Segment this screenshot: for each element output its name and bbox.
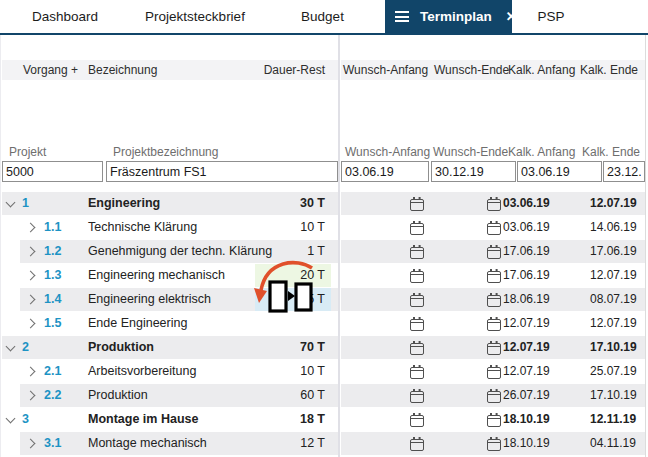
tab-projektsteckbrief[interactable]: Projektsteckbrief (130, 0, 260, 33)
task-name[interactable]: Arbeitsvorbereitung (88, 360, 196, 383)
task-name[interactable]: Montage mechanisch (88, 432, 207, 455)
wunsch-ende-field[interactable] (431, 161, 516, 182)
tab-terminplan[interactable]: Terminplan ✕ (385, 0, 512, 33)
kalk-anfang-value[interactable]: 18.06.19 (503, 288, 550, 311)
calendar-icon[interactable] (410, 295, 424, 307)
calendar-icon[interactable] (487, 391, 501, 403)
kalk-ende-value[interactable]: 14.06.19 (590, 216, 637, 239)
calendar-icon[interactable] (410, 271, 424, 283)
kalk-anfang-value[interactable]: 18.10.19 (503, 408, 550, 431)
task-duration[interactable]: 60 T (255, 384, 325, 407)
wunsch-anfang-field[interactable] (341, 161, 429, 182)
task-row-1-5[interactable]: 1.5 Ende Engineering 12.07.19 12.07.19 (0, 312, 648, 336)
task-name[interactable]: Technische Klärung (88, 216, 197, 239)
add-column-icon[interactable]: + (71, 63, 78, 77)
calendar-icon[interactable] (487, 271, 501, 283)
kalk-anfang-value[interactable]: 03.06.19 (503, 216, 550, 239)
task-duration[interactable]: 18 T (255, 408, 325, 431)
task-row-2-1[interactable]: 2.1 Arbeitsvorbereitung 10 T 12.07.19 25… (0, 360, 648, 384)
kalk-anfang-value[interactable]: 17.06.19 (503, 264, 550, 287)
kalk-anfang-value[interactable]: 18.10.19 (503, 432, 550, 455)
calendar-icon[interactable] (410, 391, 424, 403)
projektbezeichnung-field[interactable] (106, 161, 338, 182)
col-kalk-anfang[interactable]: Kalk. Anfang (508, 63, 575, 77)
pane-divider[interactable] (338, 35, 340, 457)
calendar-icon[interactable] (487, 439, 501, 451)
kalk-ende-value[interactable]: 17.06.19 (590, 240, 637, 263)
task-row-3-1[interactable]: 3.1 Montage mechanisch 12 T 18.10.19 04.… (0, 432, 648, 456)
task-duration[interactable]: 15 T (255, 288, 325, 311)
task-row-2-2[interactable]: 2.2 Produktion 60 T 26.07.19 17.10.19 (0, 384, 648, 408)
calendar-icon[interactable] (410, 247, 424, 259)
kalk-anfang-value[interactable]: 03.06.19 (503, 192, 550, 215)
task-row-2[interactable]: 2 Produktion 70 T 12.07.19 17.10.19 (0, 336, 648, 360)
task-duration[interactable]: 12 T (255, 432, 325, 455)
calendar-icon[interactable] (410, 319, 424, 331)
task-row-1-2[interactable]: 1.2 Genehmigung der techn. Klärung 1 T 1… (0, 240, 648, 264)
calendar-icon[interactable] (410, 415, 424, 427)
calendar-icon[interactable] (410, 199, 424, 211)
kalk-anfang-field[interactable] (517, 161, 602, 182)
task-name[interactable]: Genehmigung der techn. Klärung (88, 240, 272, 263)
kalk-anfang-value[interactable]: 26.07.19 (503, 384, 550, 407)
tab-label: PSP (537, 9, 564, 24)
kalk-anfang-value[interactable]: 17.06.19 (503, 240, 550, 263)
calendar-icon[interactable] (410, 367, 424, 379)
task-name[interactable]: Engineering mechanisch (88, 264, 225, 287)
calendar-icon[interactable] (487, 295, 501, 307)
tab-label: Projektsteckbrief (145, 9, 245, 24)
tab-psp[interactable]: PSP (512, 0, 590, 33)
kalk-ende-value[interactable]: 04.11.19 (590, 432, 636, 455)
calendar-icon[interactable] (487, 415, 501, 427)
task-duration[interactable]: 10 T (255, 216, 325, 239)
calendar-icon[interactable] (410, 223, 424, 235)
task-duration[interactable]: 30 T (255, 192, 325, 215)
calendar-icon[interactable] (410, 439, 424, 451)
task-name[interactable]: Ende Engineering (88, 312, 187, 335)
task-row-1-1[interactable]: 1.1 Technische Klärung 10 T 03.06.19 14.… (0, 216, 648, 240)
kalk-ende-field[interactable] (603, 161, 645, 182)
tab-budget[interactable]: Budget (260, 0, 385, 33)
calendar-icon[interactable] (487, 343, 501, 355)
calendar-icon[interactable] (487, 367, 501, 379)
projekt-field[interactable] (2, 161, 103, 182)
task-duration[interactable]: 20 T (255, 264, 325, 287)
col-wunsch-ende[interactable]: Wunsch-Ende (434, 63, 509, 77)
task-name[interactable]: Engineering (88, 192, 160, 215)
task-name[interactable]: Produktion (88, 336, 154, 359)
col-kalk-ende[interactable]: Kalk. Ende (580, 63, 638, 77)
tab-bar: Dashboard Projektsteckbrief Budget Termi… (0, 0, 648, 35)
col-vorgang[interactable]: Vorgang (23, 63, 68, 77)
kalk-ende-value[interactable]: 12.07.19 (590, 312, 637, 335)
kalk-ende-value[interactable]: 17.10.19 (590, 336, 637, 359)
col-wunsch-anfang[interactable]: Wunsch-Anfang (343, 63, 428, 77)
kalk-anfang-value[interactable]: 12.07.19 (503, 360, 550, 383)
task-duration[interactable]: 70 T (255, 336, 325, 359)
task-row-1[interactable]: 1 Engineering 30 T 03.06.19 12.07.19 (0, 192, 648, 216)
calendar-icon[interactable] (487, 247, 501, 259)
kalk-ende-value[interactable]: 17.10.19 (590, 384, 637, 407)
task-name[interactable]: Engineering elektrisch (88, 288, 211, 311)
calendar-icon[interactable] (410, 343, 424, 355)
calendar-icon[interactable] (487, 223, 501, 235)
calendar-icon[interactable] (487, 199, 501, 211)
task-row-1-3[interactable]: 1.3 Engineering mechanisch 20 T 17.06.19… (0, 264, 648, 288)
tab-dashboard[interactable]: Dashboard (0, 0, 130, 33)
calendar-icon[interactable] (487, 319, 501, 331)
task-row-3[interactable]: 3 Montage im Hause 18 T 18.10.19 12.11.1… (0, 408, 648, 432)
kalk-ende-value[interactable]: 25.07.19 (590, 360, 637, 383)
kalk-ende-value[interactable]: 12.11.19 (590, 408, 636, 431)
task-name[interactable]: Produktion (88, 384, 148, 407)
kalk-anfang-value[interactable]: 12.07.19 (503, 336, 550, 359)
task-name[interactable]: Montage im Hause (88, 408, 198, 431)
col-bezeichnung[interactable]: Bezeichnung (88, 63, 157, 77)
task-duration[interactable]: 1 T (255, 240, 325, 263)
task-row-1-4[interactable]: 1.4 Engineering elektrisch 15 T 18.06.19… (0, 288, 648, 312)
col-dauer-rest[interactable]: Dauer-Rest (255, 63, 325, 77)
kalk-anfang-value[interactable]: 12.07.19 (503, 312, 550, 335)
kalk-ende-value[interactable]: 12.07.19 (590, 192, 637, 215)
kalk-ende-value[interactable]: 12.07.19 (590, 264, 637, 287)
menu-icon[interactable] (395, 11, 409, 22)
kalk-ende-value[interactable]: 08.07.19 (590, 288, 637, 311)
task-duration[interactable]: 10 T (255, 360, 325, 383)
